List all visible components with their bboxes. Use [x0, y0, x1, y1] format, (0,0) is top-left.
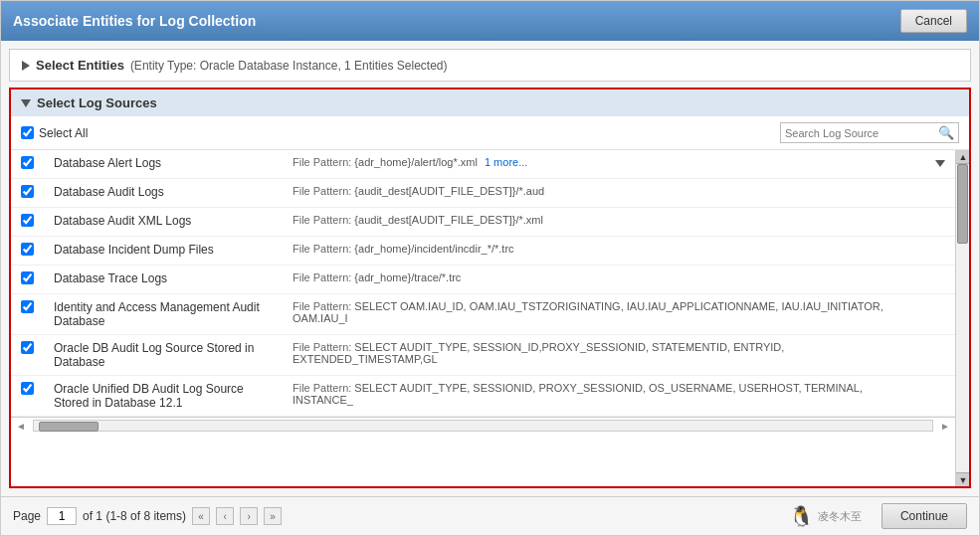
row-3-checkbox[interactable] — [21, 243, 34, 256]
select-log-sources-section: Select Log Sources Select All 🔍 — [9, 88, 971, 488]
select-entities-header: Select Entities (Entity Type: Oracle Dat… — [22, 58, 447, 73]
expand-entities-icon[interactable] — [22, 61, 30, 71]
page-label: Page — [13, 509, 41, 523]
row-5-actions — [925, 294, 955, 335]
row-0-pattern-label: File Pattern: — [293, 156, 354, 168]
row-5-checkbox-cell — [11, 294, 44, 335]
table-row: Identity and Access Management Audit Dat… — [11, 294, 955, 335]
next-page-button[interactable]: › — [240, 507, 258, 525]
table-row: Oracle Unified DB Audit Log Source Store… — [11, 376, 955, 417]
row-1-checkbox[interactable] — [21, 185, 34, 198]
row-1-pattern-label: File Pattern: — [293, 185, 354, 197]
row-2-pattern: File Pattern: {audit_dest[AUDIT_FILE_DES… — [283, 208, 925, 237]
dialog-title: Associate Entities for Log Collection — [13, 13, 256, 29]
scroll-up-btn[interactable]: ▲ — [956, 150, 969, 164]
row-1-actions — [925, 179, 955, 208]
row-0-more-link[interactable]: 1 more... — [482, 156, 527, 168]
select-entities-subtitle: (Entity Type: Oracle Database Instance, … — [130, 59, 448, 73]
row-2-checkbox[interactable] — [21, 214, 34, 227]
table-wrapper: Database Alert LogsFile Pattern: {adr_ho… — [11, 150, 969, 486]
row-2-checkbox-cell — [11, 208, 44, 237]
first-page-button[interactable]: « — [192, 507, 210, 525]
row-5-pattern-value: SELECT OAM.IAU_ID, OAM.IAU_TSTZORIGINATI… — [293, 300, 883, 324]
footer-right: 🐧 凌冬木至 Continue — [789, 503, 967, 529]
scroll-right-btn[interactable]: ► — [935, 421, 955, 432]
row-5-checkbox[interactable] — [21, 300, 34, 313]
row-4-actions — [925, 266, 955, 294]
row-7-actions — [925, 376, 955, 417]
row-6-checkbox[interactable] — [21, 341, 34, 354]
table-row: Database Audit XML LogsFile Pattern: {au… — [11, 208, 955, 237]
dialog-header: Associate Entities for Log Collection Ca… — [1, 1, 979, 41]
scroll-left-btn[interactable]: ◄ — [11, 421, 31, 432]
row-3-pattern-label: File Pattern: — [293, 243, 354, 255]
log-sources-table: Database Alert LogsFile Pattern: {adr_ho… — [11, 150, 955, 417]
row-0-pattern: File Pattern: {adr_home}/alert/log*.xml … — [283, 150, 925, 179]
prev-page-button[interactable]: ‹ — [216, 507, 234, 525]
row-2-name: Database Audit XML Logs — [44, 208, 283, 237]
dialog-body: Select Entities (Entity Type: Oracle Dat… — [1, 41, 979, 496]
scroll-thumb — [39, 422, 98, 432]
row-1-pattern-value: {audit_dest[AUDIT_FILE_DEST]}/*.aud — [354, 185, 544, 197]
dialog-footer: Page of 1 (1-8 of 8 items) « ‹ › » 🐧 凌冬木… — [1, 496, 979, 535]
row-6-actions — [925, 335, 955, 376]
row-0-actions — [925, 150, 955, 179]
collapse-log-sources-icon[interactable] — [21, 99, 31, 107]
row-2-actions — [925, 208, 955, 237]
horizontal-scrollbar[interactable] — [33, 420, 933, 432]
table-row: Oracle DB Audit Log Source Stored in Dat… — [11, 335, 955, 376]
row-3-actions — [925, 237, 955, 266]
page-input[interactable] — [47, 507, 77, 525]
row-6-pattern-label: File Pattern: — [293, 341, 354, 353]
row-4-checkbox-cell — [11, 266, 44, 294]
row-7-name: Oracle Unified DB Audit Log Source Store… — [44, 376, 283, 417]
row-4-checkbox[interactable] — [21, 271, 34, 284]
pagination: Page of 1 (1-8 of 8 items) « ‹ › » — [13, 507, 282, 525]
row-3-checkbox-cell — [11, 237, 44, 266]
row-4-pattern-label: File Pattern: — [293, 271, 354, 283]
row-3-name: Database Incident Dump Files — [44, 237, 283, 266]
total-pages-label: of 1 (1-8 of 8 items) — [83, 509, 186, 523]
row-7-checkbox[interactable] — [21, 382, 34, 395]
continue-button[interactable]: Continue — [882, 503, 967, 529]
table-scroll-area: Database Alert LogsFile Pattern: {adr_ho… — [11, 150, 955, 486]
table-row: Database Trace LogsFile Pattern: {adr_ho… — [11, 266, 955, 294]
watermark-text: 凌冬木至 — [818, 509, 862, 524]
select-all-checkbox[interactable] — [21, 126, 34, 139]
select-entities-title: Select Entities — [36, 58, 124, 73]
row-7-pattern: File Pattern: SELECT AUDIT_TYPE, SESSION… — [283, 376, 925, 417]
row-1-name: Database Audit Logs — [44, 179, 283, 208]
row-0-checkbox[interactable] — [21, 156, 34, 169]
row-0-expand-icon[interactable] — [935, 160, 945, 167]
log-sources-title: Select Log Sources — [37, 95, 157, 110]
table-row: Database Audit LogsFile Pattern: {audit_… — [11, 179, 955, 208]
row-1-pattern: File Pattern: {audit_dest[AUDIT_FILE_DES… — [283, 179, 925, 208]
row-7-checkbox-cell — [11, 376, 44, 417]
vscroll-thumb — [957, 164, 968, 244]
last-page-button[interactable]: » — [264, 507, 282, 525]
row-2-pattern-label: File Pattern: — [293, 214, 354, 226]
row-4-pattern-value: {adr_home}/trace/*.trc — [354, 271, 461, 283]
row-6-name: Oracle DB Audit Log Source Stored in Dat… — [44, 335, 283, 376]
row-1-checkbox-cell — [11, 179, 44, 208]
row-5-name: Identity and Access Management Audit Dat… — [44, 294, 283, 335]
row-6-pattern: File Pattern: SELECT AUDIT_TYPE, SESSION… — [283, 335, 925, 376]
row-0-name: Database Alert Logs — [44, 150, 283, 179]
row-0-checkbox-cell — [11, 150, 44, 179]
vertical-scrollbar[interactable]: ▲ ▼ — [955, 150, 969, 486]
row-3-pattern-value: {adr_home}/incident/incdir_*/*.trc — [354, 243, 513, 255]
row-4-name: Database Trace Logs — [44, 266, 283, 294]
table-row: Database Incident Dump FilesFile Pattern… — [11, 237, 955, 266]
row-6-pattern-value: SELECT AUDIT_TYPE, SESSION_ID,PROXY_SESS… — [293, 341, 784, 365]
log-sources-toolbar: Select All 🔍 — [11, 116, 969, 150]
row-6-checkbox-cell — [11, 335, 44, 376]
row-7-pattern-value: SELECT AUDIT_TYPE, SESSIONID, PROXY_SESS… — [293, 382, 863, 406]
select-all-container: Select All — [21, 126, 88, 140]
cancel-button[interactable]: Cancel — [900, 9, 967, 33]
table-row: Database Alert LogsFile Pattern: {adr_ho… — [11, 150, 955, 179]
watermark: 🐧 凌冬木至 — [789, 504, 862, 528]
select-entities-section: Select Entities (Entity Type: Oracle Dat… — [9, 49, 971, 82]
search-icon: 🔍 — [938, 125, 954, 140]
scroll-down-btn[interactable]: ▼ — [956, 472, 969, 486]
search-input[interactable] — [785, 127, 934, 139]
